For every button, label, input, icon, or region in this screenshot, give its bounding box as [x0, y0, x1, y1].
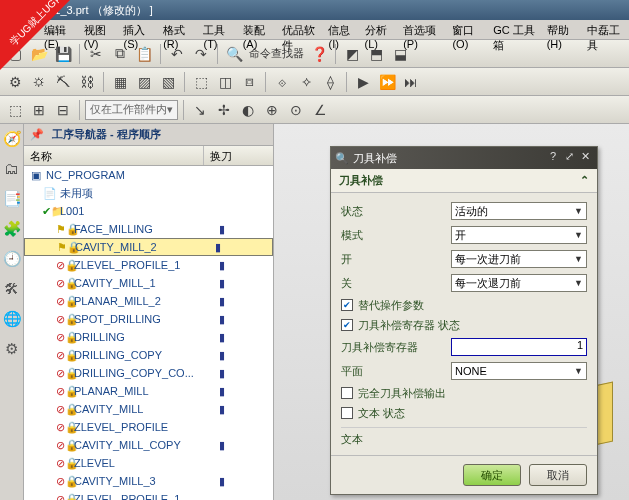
- tb-c4-icon[interactable]: ⊕: [261, 99, 283, 121]
- tree-row[interactable]: 📄未用项: [24, 184, 273, 202]
- tb-op16-icon[interactable]: ⏭: [400, 71, 422, 93]
- tree-row[interactable]: ⊘🔒PLANAR_MILL_2▮: [24, 292, 273, 310]
- filter-combo[interactable]: 仅在工作部件内▾: [85, 100, 178, 120]
- tb-sel1-icon[interactable]: ⬚: [4, 99, 26, 121]
- tb-search-icon[interactable]: 🔍: [223, 43, 245, 65]
- dialog-help-icon[interactable]: ?: [545, 150, 561, 166]
- strip-nav-icon[interactable]: 🧭: [3, 130, 21, 148]
- menu-item[interactable]: GC 工具箱: [489, 20, 542, 39]
- tb-sel2-icon[interactable]: ⊞: [28, 99, 50, 121]
- tree-row[interactable]: ✔📁L001: [24, 202, 273, 220]
- ok-button[interactable]: 确定: [463, 464, 521, 486]
- on-select[interactable]: 每一次进刀前▼: [451, 250, 587, 268]
- tree-row[interactable]: ⊘🔒CAVITY_MILL_1▮: [24, 274, 273, 292]
- tb-op12-icon[interactable]: ⟡: [295, 71, 317, 93]
- dialog-close-icon[interactable]: ✕: [577, 150, 593, 166]
- tree-row[interactable]: ⊘🔒CAVITY_MILL_COPY▮: [24, 436, 273, 454]
- tree-row[interactable]: ⊘🔒DRILLING_COPY▮: [24, 346, 273, 364]
- off-select[interactable]: 每一次退刀前▼: [451, 274, 587, 292]
- strip-set-icon[interactable]: ⚙: [3, 340, 21, 358]
- full-output-checkbox[interactable]: 完全刀具补偿输出: [341, 383, 587, 403]
- row-label: NC_PROGRAM: [46, 169, 215, 181]
- tb-op3-icon[interactable]: ⛏: [52, 71, 74, 93]
- strip-web-icon[interactable]: 🌐: [3, 310, 21, 328]
- strip-part-icon[interactable]: 🗂: [3, 160, 21, 178]
- tb-sel3-icon[interactable]: ⊟: [52, 99, 74, 121]
- tb-op15-icon[interactable]: ⏩: [376, 71, 398, 93]
- tree-row[interactable]: ⊘🔒ZLEVEL_PROFILE_1▮: [24, 256, 273, 274]
- tb-op11-icon[interactable]: ⟐: [271, 71, 293, 93]
- tb-cut-icon[interactable]: ✂: [85, 43, 107, 65]
- tree-row[interactable]: ⊘🔒SPOT_DRILLING▮: [24, 310, 273, 328]
- dialog-maximize-icon[interactable]: ⤢: [561, 150, 577, 166]
- tb-misc2-icon[interactable]: ⬒: [365, 43, 387, 65]
- menu-item[interactable]: 帮助(H): [543, 20, 583, 39]
- tb-c5-icon[interactable]: ⊙: [285, 99, 307, 121]
- tb-op1-icon[interactable]: ⚙: [4, 71, 26, 93]
- strip-obj-icon[interactable]: 🧩: [3, 220, 21, 238]
- tree-row[interactable]: ⚑🔒FACE_MILLING▮: [24, 220, 273, 238]
- tb-op9-icon[interactable]: ◫: [214, 71, 236, 93]
- tb-c6-icon[interactable]: ∠: [309, 99, 331, 121]
- strip-tool-icon[interactable]: 🛠: [3, 280, 21, 298]
- override-params-checkbox[interactable]: ✔替代操作参数: [341, 295, 587, 315]
- tb-undo-icon[interactable]: ↶: [166, 43, 188, 65]
- toolbar-2: ⚙ ⛭ ⛏ ⛓ ▦ ▨ ▧ ⬚ ◫ ⧈ ⟐ ⟡ ⟠ ▶ ⏩ ⏭: [0, 68, 629, 96]
- tb-op4-icon[interactable]: ⛓: [76, 71, 98, 93]
- tree-row[interactable]: ⊘🔒CAVITY_MILL▮: [24, 400, 273, 418]
- program-tree[interactable]: ▣NC_PROGRAM📄未用项✔📁L001⚑🔒FACE_MILLING▮⚑🔒CA…: [24, 166, 273, 500]
- status-select[interactable]: 活动的▼: [451, 202, 587, 220]
- dialog-titlebar[interactable]: 🔍 刀具补偿 ? ⤢ ✕: [331, 147, 597, 169]
- tb-op13-icon[interactable]: ⟠: [319, 71, 341, 93]
- text-status-checkbox[interactable]: 文本 状态: [341, 403, 587, 423]
- plane-select[interactable]: NONE▼: [451, 362, 587, 380]
- tree-row[interactable]: ⊘🔒ZLEVEL_PROFILE: [24, 418, 273, 436]
- tree-row[interactable]: ⚑🔒CAVITY_MILL_2▮: [24, 238, 273, 256]
- menu-item[interactable]: 首选项(P): [399, 20, 448, 39]
- register-input[interactable]: 1: [451, 338, 587, 356]
- tb-copy-icon[interactable]: ⧉: [109, 43, 131, 65]
- strip-layer-icon[interactable]: 📑: [3, 190, 21, 208]
- row-toolchange-mark: ▮: [215, 475, 273, 488]
- tree-row[interactable]: ⊘🔒ZLEVEL: [24, 454, 273, 472]
- menu-item[interactable]: 工具(T): [199, 20, 238, 39]
- tb-c1-icon[interactable]: ↘: [189, 99, 211, 121]
- tree-row[interactable]: ⊘🔒ZLEVEL_PROFILE_1...: [24, 490, 273, 500]
- tb-op2-icon[interactable]: ⛭: [28, 71, 50, 93]
- tb-op6-icon[interactable]: ▨: [133, 71, 155, 93]
- dialog-section-header[interactable]: 刀具补偿⌃: [331, 169, 597, 193]
- mode-select[interactable]: 开▼: [451, 226, 587, 244]
- menu-item[interactable]: 插入(S): [119, 20, 159, 39]
- strip-hist-icon[interactable]: 🕘: [3, 250, 21, 268]
- col-tool[interactable]: 换刀: [204, 146, 273, 165]
- register-status-checkbox[interactable]: ✔刀具补偿寄存器 状态: [341, 315, 587, 335]
- menu-item[interactable]: 分析(L): [361, 20, 400, 39]
- menu-item[interactable]: 格式(R): [159, 20, 199, 39]
- pin-icon[interactable]: 📌: [30, 128, 44, 141]
- tb-misc3-icon[interactable]: ⬓: [389, 43, 411, 65]
- tb-paste-icon[interactable]: 📋: [133, 43, 155, 65]
- menu-item[interactable]: 视图(V): [80, 20, 120, 39]
- menu-item[interactable]: 装配(A): [239, 20, 279, 39]
- tree-row[interactable]: ⊘🔒CAVITY_MILL_3▮: [24, 472, 273, 490]
- tb-op7-icon[interactable]: ▧: [157, 71, 179, 93]
- tb-op10-icon[interactable]: ⧈: [238, 71, 260, 93]
- tree-row[interactable]: ⊘🔒DRILLING▮: [24, 328, 273, 346]
- menu-item[interactable]: 优品软件: [278, 20, 324, 39]
- col-name[interactable]: 名称: [24, 146, 204, 165]
- menu-item[interactable]: 中磊工具: [583, 20, 629, 39]
- tree-row[interactable]: ▣NC_PROGRAM: [24, 166, 273, 184]
- tb-c2-icon[interactable]: ✢: [213, 99, 235, 121]
- tree-row[interactable]: ⊘🔒DRILLING_COPY_CO...▮: [24, 364, 273, 382]
- tb-op8-icon[interactable]: ⬚: [190, 71, 212, 93]
- tb-misc-icon[interactable]: ◩: [341, 43, 363, 65]
- tb-redo-icon[interactable]: ↷: [190, 43, 212, 65]
- tb-help-icon[interactable]: ❓: [308, 43, 330, 65]
- tb-c3-icon[interactable]: ◐: [237, 99, 259, 121]
- tb-op14-icon[interactable]: ▶: [352, 71, 374, 93]
- menu-item[interactable]: 窗口(O): [448, 20, 489, 39]
- cancel-button[interactable]: 取消: [529, 464, 587, 486]
- tb-op5-icon[interactable]: ▦: [109, 71, 131, 93]
- tree-row[interactable]: ⊘🔒PLANAR_MILL▮: [24, 382, 273, 400]
- menu-item[interactable]: 信息(I): [324, 20, 360, 39]
